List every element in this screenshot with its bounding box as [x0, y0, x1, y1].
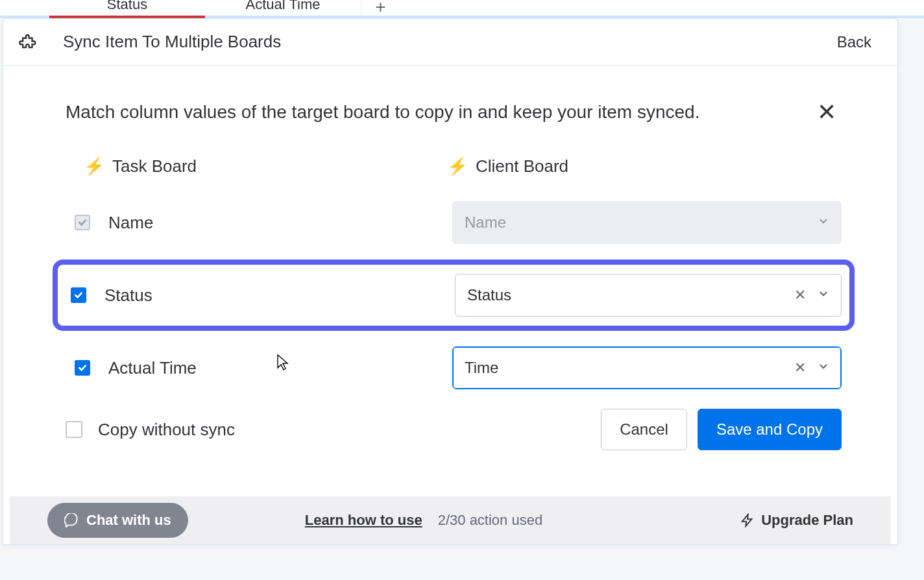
clear-icon[interactable]: ✕: [794, 287, 806, 304]
chevron-down-icon: [818, 215, 829, 230]
target-board-name: Client Board: [476, 156, 568, 176]
puzzle-icon: [19, 32, 40, 53]
description-text: Match column values of the target board …: [66, 101, 812, 124]
mapping-row-status: Status Status ✕: [53, 260, 855, 331]
tab-status[interactable]: Status: [49, 0, 205, 16]
name-checkbox: [75, 215, 90, 230]
save-and-copy-button[interactable]: Save and Copy: [698, 409, 842, 450]
target-board-header: ⚡ Client Board: [447, 156, 568, 176]
sync-panel: Sync Item To Multiple Boards Back Match …: [3, 18, 898, 545]
back-link[interactable]: Back: [837, 33, 871, 51]
mapping-row-name: Name Name: [66, 201, 842, 244]
time-target-select[interactable]: Time ✕: [452, 346, 842, 389]
name-select-value: Name: [465, 213, 818, 232]
learn-how-link[interactable]: Learn how to use: [305, 512, 422, 529]
panel-title: Sync Item To Multiple Boards: [63, 32, 837, 52]
time-checkbox[interactable]: [75, 360, 90, 376]
time-source-label: Actual Time: [108, 358, 452, 378]
source-board-header: ⚡ Task Board: [66, 156, 447, 176]
upgrade-plan-button[interactable]: Upgrade Plan: [740, 512, 853, 529]
status-source-label: Status: [104, 285, 455, 306]
bolt-icon: ⚡: [447, 156, 468, 176]
chevron-down-icon[interactable]: [818, 361, 829, 375]
tab-actual-time[interactable]: Actual Time: [205, 0, 361, 16]
bolt-icon: ⚡: [84, 156, 104, 176]
chat-with-us-button[interactable]: Chat with us: [47, 503, 188, 538]
name-target-select: Name: [452, 201, 842, 244]
top-tab-bar: Status Actual Time +: [0, 0, 924, 18]
bottom-bar: Chat with us Learn how to use 2/30 actio…: [10, 496, 891, 544]
chat-label: Chat with us: [86, 512, 171, 529]
add-tab-button[interactable]: +: [361, 0, 400, 16]
clear-icon[interactable]: ✕: [794, 359, 806, 376]
cancel-button[interactable]: Cancel: [601, 409, 687, 450]
status-checkbox[interactable]: [71, 287, 86, 303]
status-select-value: Status: [467, 286, 794, 304]
mapping-row-time: Actual Time Time ✕: [66, 346, 842, 389]
usage-text: 2/30 action used: [438, 512, 542, 529]
copy-without-sync-checkbox[interactable]: [66, 421, 82, 438]
name-source-label: Name: [108, 213, 452, 233]
status-target-select[interactable]: Status ✕: [455, 274, 842, 317]
panel-header: Sync Item To Multiple Boards Back: [3, 19, 897, 66]
upgrade-label: Upgrade Plan: [761, 512, 853, 529]
time-select-value: Time: [465, 359, 794, 377]
copy-without-sync-label: Copy without sync: [98, 420, 601, 440]
close-icon[interactable]: ✕: [812, 95, 842, 129]
source-board-name: Task Board: [112, 156, 197, 176]
chevron-down-icon[interactable]: [818, 288, 829, 302]
